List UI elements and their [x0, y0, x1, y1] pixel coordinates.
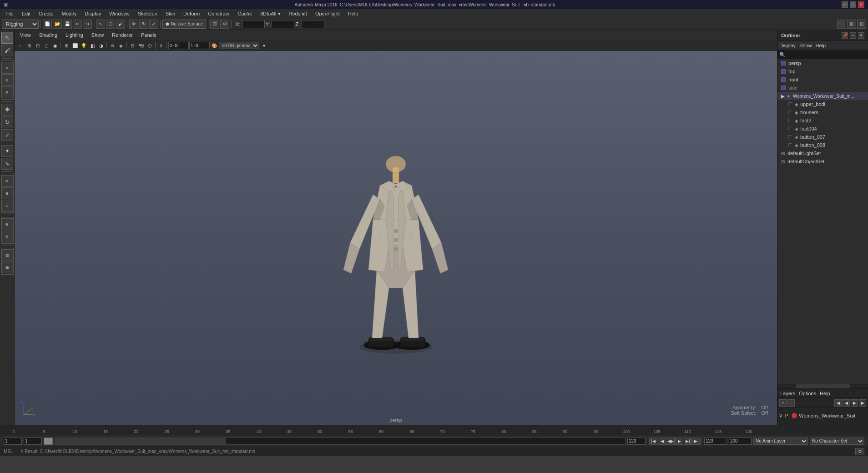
outliner-close-button[interactable]: ✕: [858, 32, 864, 39]
no-live-surface-button[interactable]: ⬟ No Live Surface: [162, 20, 206, 29]
menu-file[interactable]: File: [2, 10, 17, 17]
maximize-button[interactable]: □: [850, 1, 856, 8]
scale-tool-left[interactable]: ⤢: [1, 129, 13, 141]
prev-frame-button[interactable]: ◀: [658, 438, 666, 445]
rotate-tool-button[interactable]: ↻: [139, 20, 148, 29]
save-scene-button[interactable]: 💾: [63, 20, 72, 29]
tree-item-foot004[interactable]: ◈ foot004: [777, 125, 868, 133]
vp-ambient-occlusion[interactable]: ◑: [97, 41, 105, 50]
vp-render-preview[interactable]: ⬡: [146, 41, 154, 50]
menu-redshift[interactable]: Redshift: [285, 10, 311, 17]
vp-wireframe[interactable]: ⬡: [42, 41, 50, 50]
rotate-tool-left[interactable]: ↻: [1, 116, 13, 128]
module-selector[interactable]: Rigging Animation Modeling Rendering: [2, 20, 39, 29]
play-forward-button[interactable]: ▶: [675, 438, 683, 445]
vp-camera-home[interactable]: ⌂: [16, 41, 25, 50]
vp-frame-all[interactable]: ⊞: [25, 41, 33, 50]
outliner-show-menu[interactable]: Show: [799, 43, 812, 48]
tree-item-persp[interactable]: persp: [777, 59, 868, 67]
menu-edit[interactable]: Edit: [18, 10, 34, 17]
redo-button[interactable]: ↪: [83, 20, 92, 29]
layers-options-menu[interactable]: Options: [799, 391, 816, 396]
layers-help-menu[interactable]: Help: [820, 391, 830, 396]
delete-layer-button[interactable]: -: [787, 399, 795, 407]
viewport-shading-menu[interactable]: Shading: [35, 31, 61, 39]
tree-item-default-light-set[interactable]: ⊟ defaultLightSet: [777, 149, 868, 157]
menu-deform[interactable]: Deform: [180, 10, 203, 17]
menu-help[interactable]: Help: [344, 10, 362, 17]
gamma-select[interactable]: sRGB gamma Linear: [219, 42, 259, 49]
ik-handle-button[interactable]: ∿: [1, 158, 13, 170]
ui-mode-button2[interactable]: ⊟: [857, 20, 866, 29]
snap-settings-button[interactable]: ⬛: [837, 20, 846, 29]
playback-end-input[interactable]: [729, 438, 752, 445]
scale-tool-button[interactable]: ⤢: [149, 20, 158, 29]
vp-isolate[interactable]: ⊜: [108, 41, 116, 50]
range-end-input[interactable]: [627, 438, 646, 445]
ungroup-button[interactable]: ⊞: [1, 231, 13, 242]
scrollbar-thumb[interactable]: [796, 384, 850, 388]
edge-mode-button[interactable]: E: [1, 74, 13, 86]
next-frame-button[interactable]: ▶|: [684, 438, 692, 445]
menu-windows[interactable]: Windows: [106, 10, 133, 17]
tree-item-front[interactable]: front: [777, 75, 868, 84]
ipr-render-button[interactable]: ▦: [1, 262, 13, 273]
close-button[interactable]: ✕: [858, 1, 864, 8]
select-mode-button[interactable]: ↖: [1, 32, 13, 44]
range-start-input[interactable]: [24, 438, 42, 445]
lasso-tool-button[interactable]: ⬡: [106, 20, 115, 29]
joint-tool-button[interactable]: ✦: [1, 145, 13, 157]
timeline-slider-thumb[interactable]: [44, 438, 53, 445]
vp-smooth-shade[interactable]: ◉: [51, 41, 59, 50]
vp-gamma-settings[interactable]: ▾: [260, 41, 268, 50]
vp-panels[interactable]: ⊟: [128, 41, 136, 50]
timeline-ruler[interactable]: 0510152025303540455055606570758085909510…: [0, 425, 868, 435]
go-to-start-button[interactable]: |◀: [649, 438, 657, 445]
outliner-pin-button[interactable]: 📌: [842, 32, 848, 39]
undo-button[interactable]: ↩: [73, 20, 82, 29]
new-scene-button[interactable]: 📄: [43, 20, 52, 29]
mel-label[interactable]: MEL: [4, 449, 17, 454]
layer-options-button2[interactable]: ◀: [843, 399, 850, 407]
tree-item-top[interactable]: top: [777, 67, 868, 75]
timeline-bar[interactable]: [55, 438, 626, 445]
status-bar-button[interactable]: ⚙: [855, 448, 864, 455]
viewport-view-menu[interactable]: View: [16, 31, 35, 39]
menu-3dtoall[interactable]: 3DtoAll ▾: [257, 10, 284, 18]
vp-xray[interactable]: ◈: [117, 41, 125, 50]
tree-item-trousers[interactable]: ◈ trousers: [777, 108, 868, 116]
menu-constrain[interactable]: Constrain: [204, 10, 233, 17]
group-button[interactable]: ⊟: [1, 218, 13, 230]
viewport-lighting-menu[interactable]: Lighting: [62, 31, 87, 39]
dolly-button[interactable]: ⊙: [1, 200, 13, 211]
z-input[interactable]: [302, 20, 324, 28]
paint-weights-button[interactable]: 🖌: [1, 45, 13, 56]
move-tool-left[interactable]: ✥: [1, 104, 13, 116]
layers-menu[interactable]: Layers: [780, 391, 795, 396]
render-region-button[interactable]: ▥: [1, 249, 13, 261]
viewport-show-menu[interactable]: Show: [88, 31, 108, 39]
viewport-3d[interactable]: persp Symmetry: Off Soft Select: Off: [15, 51, 777, 425]
menu-create[interactable]: Create: [35, 10, 57, 17]
outliner-tree[interactable]: persp top front side ▶ ✦ Womens_Workwear…: [777, 59, 868, 384]
menu-cache[interactable]: Cache: [234, 10, 256, 17]
vp-shadows-toggle[interactable]: ◧: [88, 41, 96, 50]
tumble-button[interactable]: ⟳: [1, 175, 13, 187]
face-mode-button[interactable]: F: [1, 86, 13, 98]
layer-options-button4[interactable]: ▶: [859, 399, 866, 407]
character-set-select[interactable]: No Character Set: [810, 438, 864, 445]
viewport-renderer-menu[interactable]: Renderer: [108, 31, 136, 39]
vertex-mode-button[interactable]: V: [1, 62, 13, 74]
layer-options-button3[interactable]: ▶: [851, 399, 858, 407]
render-button[interactable]: 🎬: [210, 20, 219, 29]
vp-value-input1[interactable]: [168, 42, 189, 49]
vp-lights-toggle[interactable]: 💡: [80, 41, 88, 50]
vp-grid-toggle[interactable]: ⊞: [62, 41, 71, 50]
menu-skin[interactable]: Skin: [162, 10, 179, 17]
tree-item-upper-bodi[interactable]: ◈ upper_bodi: [777, 100, 868, 108]
move-tool-button[interactable]: ✥: [129, 20, 138, 29]
ui-mode-button1[interactable]: ⊞: [847, 20, 856, 29]
vp-texture-toggle[interactable]: ⬜: [71, 41, 79, 50]
viewport[interactable]: View Shading Lighting Show Renderer Pane…: [15, 30, 777, 425]
paint-select-button[interactable]: 🖌: [116, 20, 125, 29]
